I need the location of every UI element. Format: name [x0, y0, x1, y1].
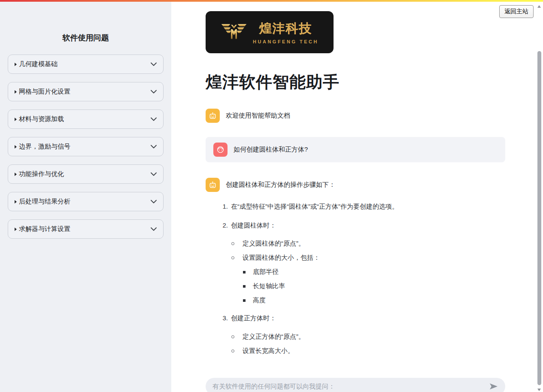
sidebar-item-postprocessing-analysis[interactable]: 后处理与结果分析	[8, 192, 164, 211]
send-arrow-icon	[489, 383, 498, 390]
sidebar-item-mesh-settings[interactable]: 网格与面片化设置	[8, 82, 164, 101]
bot-avatar	[206, 178, 220, 192]
sidebar-item-label: 功能操作与优化	[19, 170, 151, 178]
list-item: 底部半径	[243, 268, 505, 276]
circle-bullet-icon	[231, 335, 234, 338]
list-item: 设置长宽高大小。	[231, 347, 505, 355]
chevron-down-icon	[151, 227, 157, 231]
square-bullet-icon	[243, 299, 246, 302]
chevron-down-icon	[151, 62, 157, 66]
scrollbar-down-arrow-icon[interactable]	[537, 389, 541, 391]
brand-name-en: HUANGFENG TECH	[253, 39, 319, 44]
list-item: 高度	[243, 296, 505, 304]
chevron-down-icon	[151, 145, 157, 149]
circle-bullet-icon	[231, 256, 234, 259]
circle-bullet-icon	[231, 242, 234, 245]
detail-list: 底部半径 长短轴比率 高度	[243, 268, 505, 304]
bot-answer: 创建圆柱体和正方体的操作步骤如下： 1. 在“成型特征”中选择“圆柱体”或“正方…	[206, 178, 505, 355]
user-question-text: 如何创建圆柱体和正方体?	[234, 146, 308, 154]
user-avatar	[213, 143, 228, 157]
step-text: 在“成型特征”中选择“圆柱体”或“正方体”作为要创建的选项。	[231, 202, 398, 212]
list-item: 2. 创建圆柱体时： 定义圆柱体的“原点”。 设置圆柱体的大小，包括：	[220, 221, 505, 305]
welcome-message: 欢迎使用智能帮助文档	[206, 109, 505, 123]
scrollbar-thumb[interactable]	[537, 51, 541, 385]
chevron-down-icon	[151, 90, 157, 94]
sidebar-item-label: 求解器与计算设置	[19, 225, 151, 233]
vertical-scrollbar[interactable]	[536, 3, 543, 392]
sub-item-text: 定义正方体的“原点”。	[243, 333, 305, 341]
sidebar-item-material-resources[interactable]: 材料与资源加载	[8, 109, 164, 129]
brand-logo: 煌沣科技 HUANGFENG TECH	[206, 11, 334, 53]
sidebar-item-boundary-excitation[interactable]: 边界，激励与信号	[8, 137, 164, 156]
step-text: 创建圆柱体时：	[231, 221, 276, 231]
list-item: 3. 创建正方体时： 定义正方体的“原点”。 设置长宽高大小。	[220, 313, 505, 355]
sidebar-item-operations-optimization[interactable]: 功能操作与优化	[8, 164, 164, 184]
bot-avatar	[206, 109, 220, 123]
list-item: 长短轴比率	[243, 282, 505, 290]
chevron-down-icon	[151, 117, 157, 121]
step-number: 2.	[220, 221, 228, 231]
sidebar-item-label: 后处理与结果分析	[19, 198, 151, 206]
sidebar-accordion: 几何建模基础 网格与面片化设置 材料与资源加载 边界，激励与信号 功能操作与优化	[8, 55, 164, 239]
detail-item-text: 底部半径	[253, 268, 279, 276]
user-face-icon	[216, 146, 224, 154]
back-to-main-site-button[interactable]: 返回主站	[499, 5, 534, 18]
main-panel: 返回主站	[171, 2, 543, 392]
list-item: 定义圆柱体的“原点”。	[231, 240, 505, 248]
square-bullet-icon	[243, 285, 246, 288]
scrollbar-up-arrow-icon[interactable]	[537, 5, 541, 8]
disclosure-triangle-icon	[15, 228, 17, 231]
detail-item-text: 长短轴比率	[253, 282, 285, 290]
sub-item-text: 设置圆柱体的大小，包括：	[243, 254, 320, 262]
send-button[interactable]	[489, 383, 498, 390]
question-input[interactable]	[212, 383, 489, 390]
sidebar-item-label: 边界，激励与信号	[19, 143, 151, 151]
sidebar-item-label: 材料与资源加载	[19, 115, 151, 123]
chevron-down-icon	[151, 200, 157, 204]
step-number: 1.	[220, 202, 228, 212]
sidebar-item-label: 几何建模基础	[19, 60, 151, 68]
app-root: 软件使用问题 几何建模基础 网格与面片化设置 材料与资源加载 边界，激励与信号	[0, 2, 543, 392]
list-item: 1. 在“成型特征”中选择“圆柱体”或“正方体”作为要创建的选项。	[220, 202, 505, 212]
page-title: 煌沣软件智能助手	[206, 71, 505, 93]
disclosure-triangle-icon	[15, 118, 17, 121]
detail-item-text: 高度	[253, 296, 266, 304]
list-item: 定义正方体的“原点”。	[231, 333, 505, 341]
disclosure-triangle-icon	[15, 63, 17, 66]
disclosure-triangle-icon	[15, 173, 17, 176]
answer-intro-text: 创建圆柱体和正方体的操作步骤如下：	[226, 181, 335, 189]
brand-logo-text: 煌沣科技 HUANGFENG TECH	[253, 20, 319, 44]
step-number: 3.	[220, 313, 228, 323]
list-item: 设置圆柱体的大小，包括：	[231, 254, 505, 262]
sub-list: 定义正方体的“原点”。 设置长宽高大小。	[231, 333, 505, 355]
step-text: 创建正方体时：	[231, 313, 276, 323]
sidebar: 软件使用问题 几何建模基础 网格与面片化设置 材料与资源加载 边界，激励与信号	[0, 2, 171, 392]
sidebar-title: 软件使用问题	[0, 33, 171, 43]
brand-name-cn: 煌沣科技	[259, 20, 312, 37]
circle-bullet-icon	[231, 349, 234, 352]
chat-content: 煌沣科技 HUANGFENG TECH 煌沣软件智能助手	[206, 11, 505, 392]
bot-answer-header: 创建圆柱体和正方体的操作步骤如下：	[206, 178, 505, 192]
sidebar-item-solver-settings[interactable]: 求解器与计算设置	[8, 219, 164, 239]
disclosure-triangle-icon	[15, 200, 17, 204]
robot-icon	[209, 181, 217, 189]
sidebar-item-label: 网格与面片化设置	[19, 88, 151, 96]
sidebar-item-geometry-modeling[interactable]: 几何建模基础	[8, 55, 164, 74]
disclosure-triangle-icon	[15, 145, 17, 149]
chevron-down-icon	[151, 172, 157, 176]
welcome-text: 欢迎使用智能帮助文档	[226, 112, 290, 120]
user-question-bubble: 如何创建圆柱体和正方体?	[206, 137, 505, 162]
sub-list: 定义圆柱体的“原点”。 设置圆柱体的大小，包括： 底部半径	[231, 240, 505, 304]
disclosure-triangle-icon	[15, 90, 17, 94]
robot-icon	[209, 112, 217, 120]
answer-steps-list: 1. 在“成型特征”中选择“圆柱体”或“正方体”作为要创建的选项。 2. 创建圆…	[206, 202, 505, 355]
square-bullet-icon	[243, 271, 246, 273]
sub-item-text: 定义圆柱体的“原点”。	[243, 240, 305, 248]
message-composer	[206, 378, 505, 392]
sub-item-text: 设置长宽高大小。	[243, 347, 294, 355]
brand-emblem-icon	[221, 21, 247, 44]
